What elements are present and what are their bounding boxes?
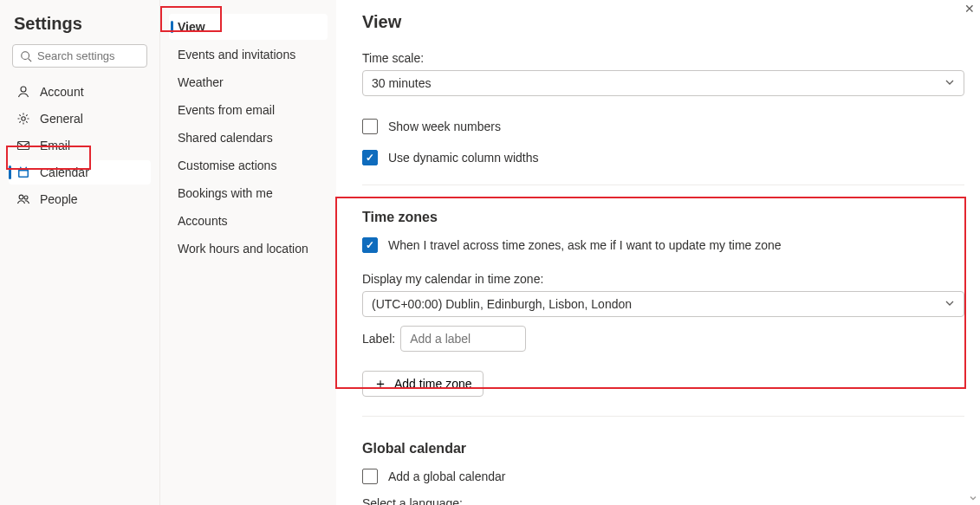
subnav-customise-actions[interactable]: Customise actions <box>169 152 328 178</box>
person-icon <box>16 84 31 100</box>
subnav-weather[interactable]: Weather <box>169 69 328 95</box>
svg-point-10 <box>24 196 28 199</box>
global-calendar-heading: Global calendar <box>362 441 964 456</box>
close-icon[interactable]: ✕ <box>964 2 975 16</box>
subnav-events-from-email[interactable]: Events from email <box>169 97 328 123</box>
settings-sidebar: Settings Account General Email Calendar … <box>0 0 160 505</box>
svg-rect-6 <box>20 167 22 170</box>
settings-title: Settings <box>14 14 146 34</box>
svg-point-3 <box>22 117 25 120</box>
svg-point-0 <box>22 51 29 59</box>
nav-email[interactable]: Email <box>9 133 151 158</box>
dynamic-column-widths-label: Use dynamic column widths <box>388 151 539 165</box>
nav-account[interactable]: Account <box>9 80 151 104</box>
section-view-options: Time scale: 30 minutes Show week numbers… <box>362 51 964 185</box>
people-icon <box>16 191 31 207</box>
add-global-calendar-checkbox[interactable] <box>362 469 378 484</box>
nav-general[interactable]: General <box>9 107 151 131</box>
subnav-view[interactable]: View <box>169 14 328 40</box>
time-scale-select[interactable]: 30 minutes <box>362 70 964 96</box>
mail-icon <box>16 138 31 153</box>
search-settings[interactable] <box>12 44 147 68</box>
display-timezone-value: (UTC+00:00) Dublin, Edinburgh, Lisbon, L… <box>372 297 632 311</box>
svg-line-1 <box>29 58 32 62</box>
svg-point-2 <box>21 87 26 92</box>
subnav-bookings[interactable]: Bookings with me <box>169 180 328 206</box>
timezone-label-field-label: Label: <box>362 332 395 346</box>
add-global-calendar-label: Add a global calendar <box>388 469 505 483</box>
time-zones-heading: Time zones <box>362 210 964 225</box>
settings-subnav: View Events and invitations Weather Even… <box>160 0 336 505</box>
display-timezone-label: Display my calendar in time zone: <box>362 272 964 286</box>
subnav-events-invitations[interactable]: Events and invitations <box>169 42 328 68</box>
section-global-calendar: Global calendar Add a global calendar Se… <box>362 441 964 505</box>
chevron-down-icon <box>944 76 955 90</box>
calendar-icon <box>16 165 31 180</box>
gear-icon <box>16 111 31 126</box>
nav-label: Email <box>40 139 70 152</box>
svg-rect-7 <box>26 167 28 170</box>
subnav-shared-calendars[interactable]: Shared calendars <box>169 125 328 151</box>
scroll-down-icon[interactable] <box>967 492 979 504</box>
subnav-accounts[interactable]: Accounts <box>169 208 328 234</box>
time-scale-value: 30 minutes <box>372 76 431 90</box>
section-time-zones: Time zones When I travel across time zon… <box>362 210 964 417</box>
nav-label: Account <box>40 85 84 99</box>
dynamic-column-widths-checkbox[interactable] <box>362 150 378 165</box>
svg-rect-8 <box>20 172 28 177</box>
subnav-work-hours[interactable]: Work hours and location <box>169 236 328 262</box>
svg-point-9 <box>19 195 23 199</box>
chevron-down-icon <box>944 297 955 311</box>
settings-content: ✕ View Time scale: 30 minutes Show week … <box>336 0 980 505</box>
travel-timezone-prompt-label: When I travel across time zones, ask me … <box>388 238 782 252</box>
display-timezone-select[interactable]: (UTC+00:00) Dublin, Edinburgh, Lisbon, L… <box>362 291 964 317</box>
timezone-label-input[interactable] <box>400 326 526 352</box>
time-scale-label: Time scale: <box>362 51 964 65</box>
travel-timezone-prompt-checkbox[interactable] <box>362 237 378 253</box>
select-language-label: Select a language: <box>362 496 964 505</box>
nav-people[interactable]: People <box>9 187 151 211</box>
nav-label: General <box>40 112 83 126</box>
plus-icon: ＋ <box>373 377 387 391</box>
nav-label: People <box>40 192 78 206</box>
show-week-numbers-checkbox[interactable] <box>362 119 378 134</box>
svg-rect-4 <box>18 142 29 150</box>
nav-calendar[interactable]: Calendar <box>9 160 151 185</box>
page-title: View <box>362 12 964 32</box>
add-time-zone-button[interactable]: ＋ Add time zone <box>362 371 484 397</box>
search-input[interactable] <box>37 49 140 62</box>
show-week-numbers-label: Show week numbers <box>388 120 501 133</box>
nav-label: Calendar <box>40 165 89 179</box>
search-icon <box>20 50 32 62</box>
add-time-zone-label: Add time zone <box>394 377 472 391</box>
